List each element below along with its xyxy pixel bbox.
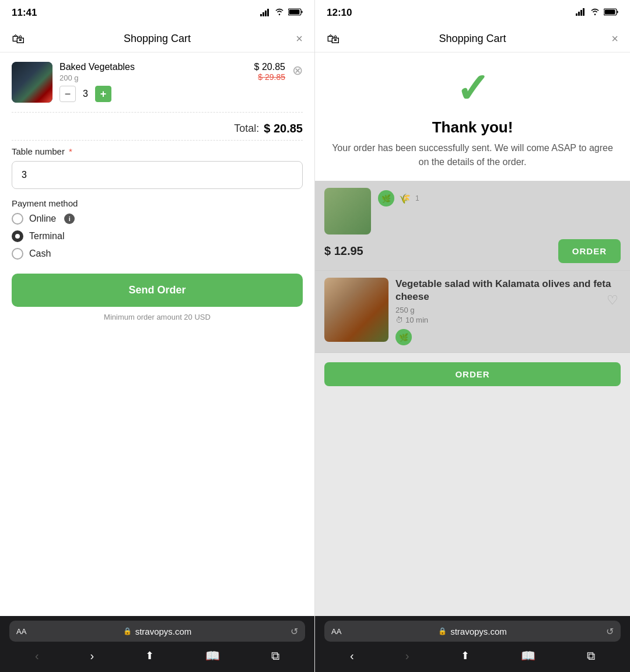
- food-icons-row-1: 🌿 🌾 1: [378, 190, 621, 206]
- order-button-1[interactable]: ORDER: [558, 239, 621, 263]
- payment-option-cash[interactable]: Cash: [12, 248, 303, 260]
- cart-header-left: 🛍 Shopping Cart ×: [0, 26, 314, 52]
- price-original: $ 29.85: [254, 72, 285, 82]
- table-number-section: Table number *: [12, 146, 303, 189]
- nav-forward-left[interactable]: ›: [86, 647, 99, 665]
- left-phone-panel: 11:41 🛍 Shopping Cart × Baked Vegetables: [0, 0, 315, 672]
- cart-item: Baked Vegetables 200 g − 3 + $ 20.85 $ 2…: [12, 52, 303, 113]
- food-price-1: $ 12.95: [324, 244, 363, 258]
- qty-number: 3: [83, 89, 88, 99]
- background-food-list: 🌿 🌾 1 $ 12.95 ORDER Vegetable salad with…: [315, 181, 630, 616]
- aa-label-left: AA: [16, 627, 26, 636]
- send-order-button[interactable]: Send Order: [12, 274, 303, 307]
- browser-bar-left: AA 🔒 stravopys.com ↺ ‹ › ⬆ 📖 ⧉: [0, 616, 314, 672]
- food-card-2-inner: Vegetable salad with Kalamata olives and…: [324, 278, 621, 345]
- qty-increase-button[interactable]: +: [95, 86, 111, 102]
- leaf-icon-2: 🌿: [396, 329, 412, 345]
- browser-nav-right: ‹ › ⬆ 📖 ⧉: [324, 645, 621, 666]
- reload-icon-left[interactable]: ↺: [290, 626, 298, 637]
- thankyou-title: Thank you!: [432, 118, 513, 136]
- radio-terminal: [12, 230, 23, 242]
- cart-content: Baked Vegetables 200 g − 3 + $ 20.85 $ 2…: [0, 52, 314, 616]
- food-weight-2: 250 g: [396, 306, 621, 314]
- url-bar-right[interactable]: AA 🔒 stravopys.com ↺: [324, 621, 621, 642]
- status-time-right: 12:10: [327, 7, 352, 19]
- url-bar-container: AA 🔒 stravopys.com ↺: [9, 621, 305, 642]
- nav-share-left[interactable]: ⬆: [141, 647, 159, 664]
- cart-title-left: Shopping Cart: [124, 33, 191, 45]
- nav-tabs-right[interactable]: ⧉: [582, 647, 600, 665]
- svg-rect-10: [583, 8, 584, 16]
- status-bar-right: 12:10: [315, 0, 630, 26]
- wifi-icon-right: [590, 8, 600, 18]
- wifi-icon: [274, 8, 285, 18]
- food-card-1-top: 🌿 🌾 1: [324, 188, 621, 235]
- item-details: Baked Vegetables 200 g − 3 +: [60, 62, 247, 102]
- food-price-row-1: $ 12.95 ORDER: [324, 239, 621, 263]
- battery-icon: [288, 8, 303, 18]
- total-row: Total: $ 20.85: [12, 113, 303, 140]
- svg-rect-5: [289, 10, 300, 15]
- status-icons-left: [260, 8, 303, 18]
- payment-cash-label: Cash: [29, 249, 51, 259]
- qty-decrease-button[interactable]: −: [60, 86, 76, 102]
- partial-order-row: ORDER: [315, 353, 630, 391]
- nav-back-right[interactable]: ‹: [345, 647, 359, 665]
- radio-online: [12, 213, 23, 225]
- item-weight: 200 g: [60, 74, 247, 82]
- required-star: *: [66, 146, 72, 156]
- table-number-input[interactable]: [12, 161, 303, 189]
- payment-section: Payment method Online i Terminal Cash: [12, 198, 303, 260]
- svg-rect-7: [576, 13, 578, 16]
- svg-rect-2: [265, 10, 267, 16]
- order-button-2[interactable]: ORDER: [324, 362, 621, 386]
- close-button-left[interactable]: ×: [296, 32, 303, 46]
- svg-rect-3: [267, 9, 269, 16]
- check-icon: ✓: [456, 66, 490, 111]
- clock-icon-2: ⏱: [396, 316, 403, 324]
- svg-rect-13: [617, 11, 618, 13]
- food-time-2: ⏱ 10 min: [396, 316, 621, 324]
- lock-icon-right: 🔒: [438, 627, 447, 635]
- battery-icon-right: [604, 8, 618, 18]
- nav-tabs-left[interactable]: ⧉: [267, 647, 284, 665]
- food-badge-1: 1: [415, 194, 419, 202]
- nav-bookmarks-right[interactable]: 📖: [516, 646, 540, 665]
- url-bar-left[interactable]: AA 🔒 stravopys.com ↺: [9, 621, 305, 642]
- item-qty-control: − 3 +: [60, 86, 247, 102]
- right-phone-panel: 12:10 🛍 Shopping Cart × ✓ Thank you! You…: [315, 0, 630, 672]
- item-prices: $ 20.85 $ 29.85: [254, 62, 285, 82]
- svg-rect-8: [578, 12, 580, 16]
- svg-rect-1: [262, 12, 264, 16]
- svg-rect-9: [580, 10, 582, 16]
- status-time-left: 11:41: [12, 7, 37, 19]
- close-button-right[interactable]: ×: [611, 32, 618, 46]
- item-remove-button[interactable]: ⊗: [292, 63, 303, 78]
- item-name: Baked Vegetables: [60, 62, 247, 72]
- nav-forward-right[interactable]: ›: [401, 647, 414, 665]
- radio-cash: [12, 248, 23, 260]
- price-current: $ 20.85: [254, 62, 285, 72]
- nav-bookmarks-left[interactable]: 📖: [201, 646, 225, 665]
- url-bar-container-right: AA 🔒 stravopys.com ↺: [324, 621, 621, 642]
- food-name-2: Vegetable salad with Kalamata olives and…: [396, 278, 621, 303]
- lock-icon-left: 🔒: [123, 627, 132, 635]
- payment-label: Payment method: [12, 198, 303, 208]
- svg-rect-0: [260, 14, 262, 16]
- nav-back-left[interactable]: ‹: [30, 647, 44, 665]
- food-image-1: [324, 188, 371, 235]
- nav-share-right[interactable]: ⬆: [456, 647, 474, 664]
- min-order-note: Minimum order amount 20 USD: [12, 313, 303, 328]
- payment-option-terminal[interactable]: Terminal: [12, 230, 303, 242]
- food-card-1: 🌿 🌾 1 $ 12.95 ORDER: [315, 181, 630, 271]
- heart-icon-2[interactable]: ♡: [607, 293, 618, 308]
- aa-label-right: AA: [331, 627, 341, 636]
- bag-icon-right: 🛍: [327, 32, 340, 47]
- payment-option-online[interactable]: Online i: [12, 213, 303, 225]
- payment-terminal-label: Terminal: [29, 231, 64, 242]
- divider: [12, 140, 303, 141]
- signal-icon: [260, 8, 271, 18]
- status-icons-right: [576, 8, 618, 18]
- reload-icon-right[interactable]: ↺: [606, 626, 614, 637]
- payment-radio-group: Online i Terminal Cash: [12, 213, 303, 260]
